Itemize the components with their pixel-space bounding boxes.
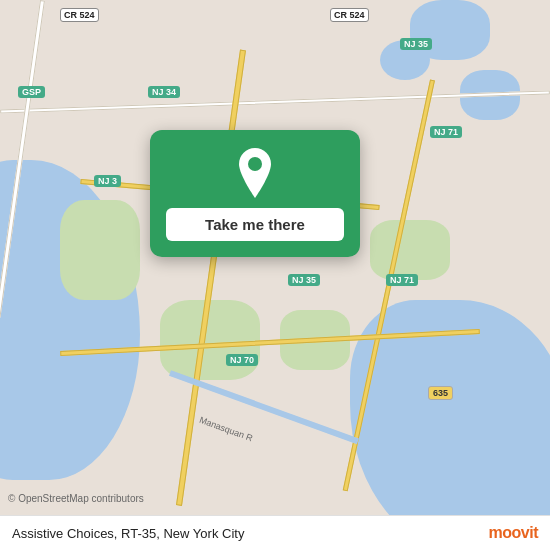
badge-nj34: NJ 34	[148, 86, 180, 98]
badge-nj3: NJ 3	[94, 175, 121, 187]
green-area-1	[60, 200, 140, 300]
bottom-bar: Assistive Choices, RT-35, New York City …	[0, 515, 550, 550]
popup-card: Take me there	[150, 130, 360, 257]
badge-nj71-top: NJ 71	[430, 126, 462, 138]
badge-nj71-mid: NJ 71	[386, 274, 418, 286]
location-pin-icon	[233, 148, 277, 198]
moovit-logo-icon: moovit	[489, 524, 538, 542]
take-me-there-button[interactable]: Take me there	[166, 208, 344, 241]
badge-nj70: NJ 70	[226, 354, 258, 366]
badge-635: 635	[428, 386, 453, 400]
map-container: CR 524 CR 524 GSP NJ 34 NJ 35 NJ 71 NJ 3…	[0, 0, 550, 550]
osm-attribution: © OpenStreetMap contributors	[8, 493, 144, 504]
badge-cr524-right: CR 524	[330, 8, 369, 22]
badge-cr524-left: CR 524	[60, 8, 99, 22]
green-area-4	[370, 220, 450, 280]
location-text: Assistive Choices, RT-35, New York City	[12, 526, 489, 541]
svg-point-0	[248, 157, 262, 171]
badge-nj35-top: NJ 35	[400, 38, 432, 50]
badge-nj35-mid: NJ 35	[288, 274, 320, 286]
badge-gsp: GSP	[18, 86, 45, 98]
green-area-2	[160, 300, 260, 380]
